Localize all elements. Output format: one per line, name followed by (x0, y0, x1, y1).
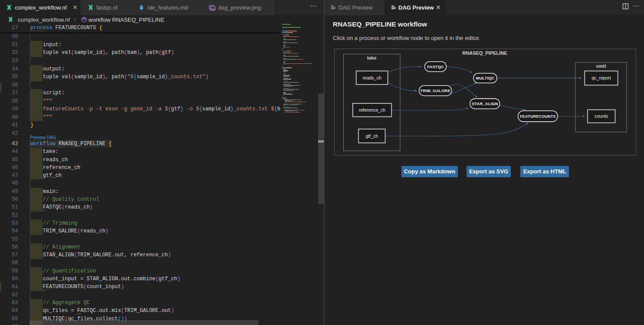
svg-text:STAR_ALIGN: STAR_ALIGN (472, 102, 498, 106)
svg-text:emit: emit (596, 63, 606, 69)
svg-text:counts: counts (595, 113, 608, 119)
svg-text:FEATURECOUNTS: FEATURECOUNTS (520, 114, 555, 119)
svg-text:MULTIQC: MULTIQC (476, 76, 494, 80)
svg-text:TRIM_GALORE: TRIM_GALORE (420, 89, 450, 93)
svg-text:qc_report: qc_report (591, 75, 611, 80)
svg-text:take: take (367, 55, 377, 60)
svg-text:RNASEQ_PIPELINE: RNASEQ_PIPELINE (462, 50, 507, 56)
svg-text:gtf_ch: gtf_ch (366, 133, 378, 139)
svg-text:reference_ch: reference_ch (359, 107, 385, 113)
svg-text:reads_ch: reads_ch (363, 75, 381, 80)
svg-text:FASTQC: FASTQC (427, 65, 444, 69)
